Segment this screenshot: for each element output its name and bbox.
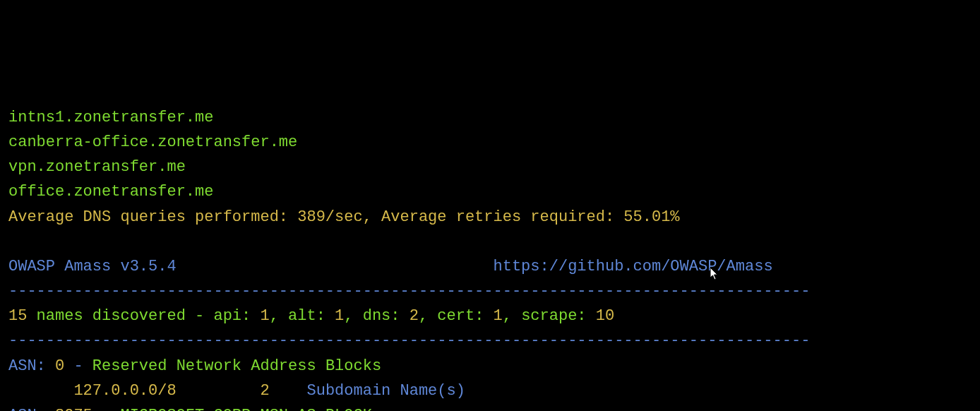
asn-dash: - xyxy=(64,357,92,375)
asn-number: 8075 xyxy=(55,407,92,411)
subdomain-line: vpn.zonetransfer.me xyxy=(8,158,186,176)
asn-name: MICROSOFT-CORP-MSN-AS-BLOCK xyxy=(120,407,371,411)
subdomain-line: canberra-office.zonetransfer.me xyxy=(8,133,297,151)
divider-line: ----------------------------------------… xyxy=(8,282,810,300)
asn-count: 2 xyxy=(260,382,306,400)
asn-number: 0 xyxy=(55,357,64,375)
summary-dns: 2 xyxy=(410,307,419,325)
summary-api: 1 xyxy=(260,307,269,325)
asn-block: 127.0.0.0/8 xyxy=(73,382,260,400)
subdomain-line: office.zonetransfer.me xyxy=(8,183,213,201)
terminal-output: intns1.zonetransfer.me canberra-office.z… xyxy=(8,105,972,411)
summary-sep: , scrape: xyxy=(503,307,596,325)
summary-sep: , dns: xyxy=(344,307,409,325)
summary-sep: , cert: xyxy=(419,307,494,325)
summary-count: 15 xyxy=(8,307,27,325)
product-url: https://github.com/OWASP/Amass xyxy=(494,258,773,275)
summary-sep: , alt: xyxy=(270,307,335,325)
asn-label: ASN: xyxy=(8,357,55,375)
summary-cert: 1 xyxy=(494,307,503,325)
asn-name: Reserved Network Address Blocks xyxy=(92,357,381,375)
summary-alt: 1 xyxy=(335,307,344,325)
asn-block-prefix xyxy=(8,382,73,400)
asn-suffix: Subdomain Name(s) xyxy=(306,382,465,400)
header-spacing xyxy=(177,258,494,275)
product-name: OWASP Amass v3.5.4 xyxy=(8,258,177,275)
divider-line: ----------------------------------------… xyxy=(8,332,810,350)
asn-label: ASN: xyxy=(8,407,55,411)
summary-scrape: 10 xyxy=(596,307,614,325)
dns-stats-line: Average DNS queries performed: 389/sec, … xyxy=(8,208,680,226)
summary-text: names discovered - api: xyxy=(27,307,260,325)
asn-dash: - xyxy=(92,407,121,411)
subdomain-line: intns1.zonetransfer.me xyxy=(8,109,213,126)
